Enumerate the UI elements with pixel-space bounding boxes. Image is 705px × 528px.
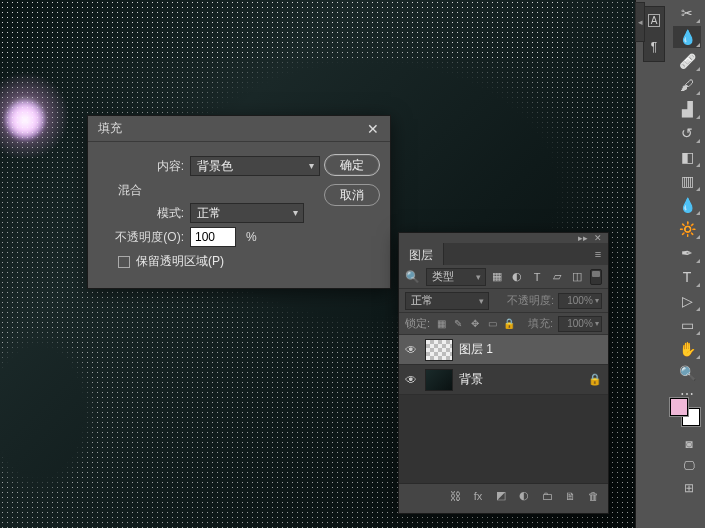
layer-thumbnail[interactable] [425, 369, 453, 391]
group-icon[interactable]: 🗀 [540, 489, 554, 503]
gradient-tool-icon[interactable]: ▥ [673, 170, 701, 192]
layers-empty-area[interactable] [399, 395, 608, 483]
link-layers-icon[interactable]: ⛓ [448, 489, 462, 503]
layers-panel: ▸▸ ✕ 图层 ≡ 🔍 类型 ▦ ◐ T ▱ ◫ 正常 不透明度: 100% 锁… [398, 232, 609, 514]
panel-menu-icon[interactable]: ≡ [588, 243, 608, 265]
ok-button[interactable]: 确定 [324, 154, 380, 176]
content-select[interactable]: 背景色 [190, 156, 320, 176]
clone-stamp-tool-icon[interactable]: ▟ [673, 98, 701, 120]
panel-collapse-icon[interactable]: ▸▸ [578, 234, 588, 242]
pen-tool-icon[interactable]: ✒ [673, 242, 701, 264]
mode-value: 正常 [197, 205, 221, 222]
opacity-label: 不透明度(O): [98, 229, 190, 246]
layer-mask-icon[interactable]: ◩ [494, 489, 508, 503]
filter-adjust-icon[interactable]: ◐ [510, 270, 524, 284]
brush-tool-icon[interactable]: 🖌 [673, 74, 701, 96]
layer-name[interactable]: 图层 1 [459, 341, 493, 358]
filter-type-icon[interactable]: T [530, 270, 544, 284]
panel-close-icon[interactable]: ✕ [594, 234, 604, 242]
layer-name[interactable]: 背景 [459, 371, 483, 388]
preserve-transparency-label: 保留透明区域(P) [136, 253, 224, 270]
lock-all-icon[interactable]: 🔒 [503, 318, 515, 330]
lock-position-icon[interactable]: ✥ [469, 318, 481, 330]
filter-pixel-icon[interactable]: ▦ [490, 270, 504, 284]
layer-row[interactable]: 👁 图层 1 [399, 335, 608, 365]
fill-label: 填充: [528, 316, 553, 331]
content-label: 内容: [98, 158, 190, 175]
layers-list: 👁 图层 1 👁 背景 🔒 [399, 335, 608, 395]
cancel-button[interactable]: 取消 [324, 184, 380, 206]
quick-mask-icon[interactable]: ◙ [679, 436, 699, 452]
lock-artboard-icon[interactable]: ▭ [486, 318, 498, 330]
extra-icon[interactable]: ⊞ [679, 480, 699, 496]
opacity-label: 不透明度: [507, 293, 554, 308]
screen-mode-icon[interactable]: 🖵 [679, 458, 699, 474]
filter-shape-icon[interactable]: ▱ [550, 270, 564, 284]
search-icon: 🔍 [405, 270, 420, 284]
blur-tool-icon[interactable]: 💧 [673, 194, 701, 216]
history-brush-tool-icon[interactable]: ↺ [673, 122, 701, 144]
filter-smart-icon[interactable]: ◫ [570, 270, 584, 284]
eraser-tool-icon[interactable]: ◧ [673, 146, 701, 168]
right-toolbar: A ¶ ✂ 💧 🩹 🖌 ▟ ↺ ◧ ▥ 💧 🔆 ✒ T ▷ ▭ ✋ 🔍 ⋯ ◂ … [635, 0, 705, 528]
adjustment-layer-icon[interactable]: ◐ [517, 489, 531, 503]
layer-fx-icon[interactable]: fx [471, 489, 485, 503]
new-layer-icon[interactable]: 🗎 [563, 489, 577, 503]
selection-marquee [0, 0, 565, 60]
layer-opacity-input[interactable]: 100% [558, 293, 602, 309]
zoom-tool-icon[interactable]: 🔍 [673, 362, 701, 384]
layer-fill-input[interactable]: 100% [558, 316, 602, 332]
opacity-unit: % [246, 230, 257, 244]
dialog-title: 填充 [98, 120, 362, 137]
close-icon[interactable]: ✕ [362, 120, 384, 138]
layer-thumbnail[interactable] [425, 339, 453, 361]
filter-toggle[interactable] [590, 269, 602, 285]
color-swatches [670, 398, 700, 426]
lock-icon: 🔒 [588, 373, 602, 386]
blend-group-label: 混合 [118, 182, 324, 199]
delete-layer-icon[interactable]: 🗑 [586, 489, 600, 503]
hand-tool-icon[interactable]: ✋ [673, 338, 701, 360]
path-select-tool-icon[interactable]: ▷ [673, 290, 701, 312]
foreground-color-swatch[interactable] [670, 398, 688, 416]
mode-select[interactable]: 正常 [190, 203, 304, 223]
preserve-transparency-checkbox[interactable] [118, 256, 130, 268]
dodge-tool-icon[interactable]: 🔆 [673, 218, 701, 240]
type-tool-icon[interactable]: T [673, 266, 701, 288]
tab-layers[interactable]: 图层 [399, 243, 444, 265]
healing-brush-tool-icon[interactable]: 🩹 [673, 50, 701, 72]
mode-label: 模式: [98, 205, 190, 222]
dialog-titlebar[interactable]: 填充 ✕ [88, 116, 390, 142]
layer-row[interactable]: 👁 背景 🔒 [399, 365, 608, 395]
lock-image-icon[interactable]: ✎ [452, 318, 464, 330]
shape-tool-icon[interactable]: ▭ [673, 314, 701, 336]
crop-tool-icon[interactable]: ✂ [673, 2, 701, 24]
dock-collapse-icon[interactable]: ◂ [635, 2, 645, 42]
canvas-light-glow [5, 100, 45, 140]
fill-dialog: 填充 ✕ 内容: 背景色 混合 模式: 正常 不透明度(O): 100 [87, 115, 391, 289]
lock-transparent-icon[interactable]: ▦ [435, 318, 447, 330]
lock-label: 锁定: [405, 316, 430, 331]
opacity-input[interactable]: 100 [190, 227, 236, 247]
visibility-icon[interactable]: 👁 [405, 373, 419, 387]
blend-mode-select[interactable]: 正常 [405, 292, 489, 310]
filter-kind-select[interactable]: 类型 [426, 268, 486, 286]
visibility-icon[interactable]: 👁 [405, 343, 419, 357]
eyedropper-tool-icon[interactable]: 💧 [673, 26, 701, 48]
content-value: 背景色 [197, 158, 233, 175]
paragraph-icon: ¶ [651, 40, 657, 54]
